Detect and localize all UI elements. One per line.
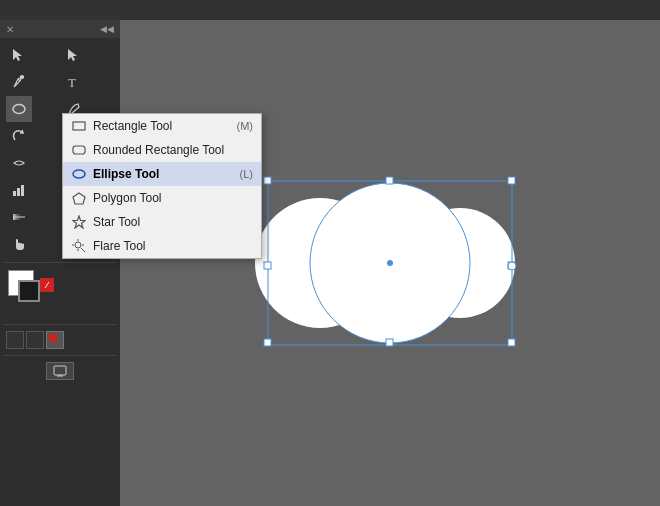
stroke-swatch[interactable]: [18, 280, 40, 302]
column-graph-tool[interactable]: [6, 177, 32, 203]
center-point: [387, 260, 393, 266]
star-tool-item[interactable]: Star Tool: [63, 210, 261, 234]
svg-point-0: [21, 76, 24, 79]
svg-line-26: [81, 248, 85, 252]
transform-handle[interactable]: [508, 262, 516, 270]
selection-tool[interactable]: [6, 42, 32, 68]
svg-marker-19: [73, 193, 85, 204]
pen-tool[interactable]: [6, 69, 32, 95]
svg-point-2: [13, 105, 25, 114]
flare-tool-label: Flare Tool: [93, 239, 247, 253]
svg-rect-16: [73, 122, 85, 130]
outline-mode-btn[interactable]: [26, 331, 44, 349]
flare-tool-icon: [71, 238, 87, 254]
rounded-rectangle-tool-icon: [71, 142, 87, 158]
rectangle-tool-item[interactable]: Rectangle Tool (M): [63, 114, 261, 138]
none-swatch[interactable]: ⁄: [40, 278, 54, 292]
svg-rect-6: [13, 191, 16, 196]
overprint-mode-btn[interactable]: [46, 331, 64, 349]
type-tool[interactable]: T: [61, 69, 87, 95]
width-tool[interactable]: [6, 150, 32, 176]
handle-br[interactable]: [508, 339, 515, 346]
star-tool-label: Star Tool: [93, 215, 247, 229]
svg-rect-17: [73, 146, 85, 154]
hand-tool[interactable]: [6, 231, 32, 257]
rounded-rectangle-tool-label: Rounded Rectangle Tool: [93, 143, 247, 157]
rotate-tool[interactable]: [6, 123, 32, 149]
gradient-tool[interactable]: [6, 204, 32, 230]
canvas-area: [120, 20, 660, 506]
handle-tc[interactable]: [386, 177, 393, 184]
shape-tool-dropdown: Rectangle Tool (M) Rounded Rectangle Too…: [62, 113, 262, 259]
svg-point-18: [73, 170, 85, 178]
rounded-rectangle-tool-item[interactable]: Rounded Rectangle Tool: [63, 138, 261, 162]
divider-3: [4, 355, 116, 356]
polygon-tool-icon: [71, 190, 87, 206]
screen-mode-btn[interactable]: [46, 362, 74, 380]
panel-collapse[interactable]: ◀◀: [100, 24, 114, 34]
color-swatches: ⁄: [0, 266, 120, 321]
svg-marker-20: [73, 216, 85, 228]
panel-title: ✕ ◀◀: [0, 20, 120, 38]
normal-mode-btn[interactable]: [6, 331, 24, 349]
view-mode-buttons: [0, 328, 120, 352]
svg-rect-8: [21, 185, 24, 196]
canvas-svg: [240, 163, 540, 363]
svg-text:T: T: [68, 75, 76, 90]
svg-point-21: [75, 242, 81, 248]
svg-rect-13: [54, 366, 66, 375]
svg-rect-7: [17, 188, 20, 196]
rectangle-tool-shortcut: (M): [237, 120, 254, 132]
ellipse-tool-icon: [71, 166, 87, 182]
direct-selection-tool[interactable]: [61, 42, 87, 68]
divider-1: [4, 262, 116, 263]
panel-title-text: ✕: [6, 24, 14, 35]
polygon-tool-label: Polygon Tool: [93, 191, 247, 205]
top-bar: [0, 0, 660, 20]
ellipse-tool-shortcut: (L): [240, 168, 253, 180]
screen-mode-area: [0, 359, 120, 383]
flare-tool-item[interactable]: Flare Tool: [63, 234, 261, 258]
ellipse-tool-label: Ellipse Tool: [93, 167, 234, 181]
toolbar: ✕ ◀◀ T: [0, 20, 120, 506]
divider-2: [4, 324, 116, 325]
rectangle-tool-label: Rectangle Tool: [93, 119, 231, 133]
handle-bl[interactable]: [264, 339, 271, 346]
ellipse-tool[interactable]: [6, 96, 32, 122]
polygon-tool-item[interactable]: Polygon Tool: [63, 186, 261, 210]
star-tool-icon: [71, 214, 87, 230]
rectangle-tool-icon: [71, 118, 87, 134]
handle-bc[interactable]: [386, 339, 393, 346]
ellipse-tool-item[interactable]: Ellipse Tool (L): [63, 162, 261, 186]
handle-tl[interactable]: [264, 177, 271, 184]
handle-ml[interactable]: [264, 262, 271, 269]
handle-tr[interactable]: [508, 177, 515, 184]
